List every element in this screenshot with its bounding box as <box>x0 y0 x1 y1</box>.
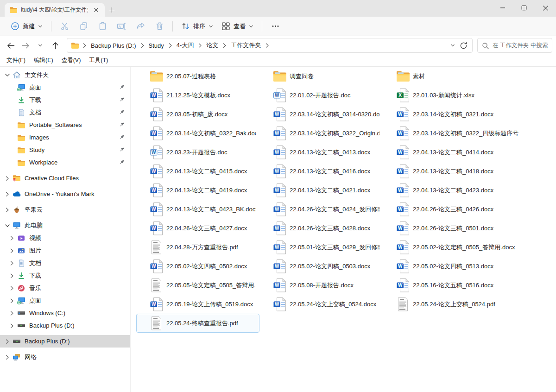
sidebar-item-downloads[interactable]: 下载 <box>0 94 130 106</box>
sidebar-item-pc-videos[interactable]: 视频 <box>0 232 130 244</box>
chevron-right-icon[interactable] <box>265 43 270 48</box>
sidebar-item-nutstore[interactable]: 坚果云 <box>0 203 130 216</box>
chevron-down-icon[interactable] <box>3 222 12 229</box>
file-item[interactable]: W22.05.16-论文五稿_0516.docx <box>383 276 522 295</box>
sidebar-item-desktop[interactable]: 桌面 <box>0 81 130 94</box>
file-item[interactable]: W22.04.13-论文二稿_0423.docx <box>383 181 522 200</box>
chevron-right-icon[interactable] <box>3 354 12 360</box>
copy-button[interactable] <box>75 19 92 34</box>
pin-icon[interactable] <box>119 122 125 127</box>
new-tab-button[interactable] <box>105 3 119 17</box>
tab-close-icon[interactable] <box>92 6 100 14</box>
file-item[interactable]: W21.12.25-论文模板.docx <box>136 86 259 105</box>
chevron-right-icon[interactable] <box>7 235 16 241</box>
sidebar-item-pc-desktop[interactable]: 桌面 <box>0 294 130 307</box>
file-item[interactable]: 22.05.24-终稿查重报告.pdf <box>136 314 259 333</box>
folder-item[interactable]: 调查问卷 <box>259 67 383 86</box>
file-item[interactable]: W22.03.14-论文初稿_0322_四级标题序号编... <box>383 124 522 143</box>
file-item[interactable]: W22.03.14-论文初稿_0322_Origin.docx <box>259 124 383 143</box>
up-button[interactable] <box>48 38 62 52</box>
file-item[interactable]: W22.04.13-论文二稿_0413.docx <box>259 143 383 162</box>
file-item[interactable]: 22.05.05-论文定稿_0505_答辩用.pdf <box>136 276 259 295</box>
file-item[interactable]: W22.04.13-论文二稿_0415.docx <box>136 162 259 181</box>
pin-icon[interactable] <box>119 159 125 165</box>
file-item[interactable]: W22.04.26-论文三稿_0427.docx <box>136 219 259 238</box>
rename-button[interactable]: A <box>113 19 130 34</box>
close-button[interactable] <box>535 0 556 16</box>
sidebar-item-home[interactable]: 主文件夹 <box>0 69 130 81</box>
breadcrumb-segment[interactable]: 论文 <box>203 40 221 51</box>
chevron-right-icon[interactable] <box>7 322 16 329</box>
minimize-button[interactable] <box>492 0 513 16</box>
pin-icon[interactable] <box>119 134 125 140</box>
delete-button[interactable] <box>151 19 168 34</box>
sidebar-item-study[interactable]: Study <box>0 144 130 156</box>
refresh-button[interactable] <box>460 42 468 50</box>
search-input[interactable] <box>493 42 548 49</box>
file-item[interactable]: W22.03.14-论文初稿_0321.docx <box>383 105 522 124</box>
menu-item-2[interactable]: 查看(V) <box>61 56 82 65</box>
file-item[interactable]: 22.04.28-万方查重报告.pdf <box>136 238 259 257</box>
sidebar-item-pc-pictures[interactable]: 图片 <box>0 244 130 257</box>
view-button[interactable]: 查看 <box>217 19 258 34</box>
share-button[interactable] <box>132 19 149 34</box>
chevron-right-icon[interactable] <box>7 260 16 266</box>
address-dropdown-button[interactable] <box>450 43 455 48</box>
file-item[interactable]: W22.05.02-论文四稿_0502.docx <box>136 257 259 276</box>
sidebar-item-images[interactable]: Images <box>0 131 130 144</box>
cut-button[interactable] <box>56 19 73 34</box>
file-item[interactable]: W22.01.02-开题报告.doc <box>259 86 383 105</box>
sidebar-item-workplace[interactable]: Workplace <box>0 156 130 169</box>
sidebar-item-drive-d-root[interactable]: Backup Plus (D:) <box>0 335 130 348</box>
file-item[interactable]: W22.05.08-开题报告.docx <box>259 276 383 295</box>
breadcrumb-segment[interactable]: Backup Plus (D:) <box>88 41 139 51</box>
chevron-right-icon[interactable] <box>7 272 16 279</box>
file-item[interactable]: W22.04.13-论文二稿_0414.docx <box>383 143 522 162</box>
chevron-right-icon[interactable] <box>3 175 12 182</box>
new-button[interactable]: 新建 <box>6 19 47 34</box>
chevron-right-icon[interactable] <box>7 285 16 291</box>
recent-locations-button[interactable] <box>33 38 47 52</box>
file-item[interactable]: W22.04.13-论文二稿_0423_BK.docx <box>136 200 259 219</box>
chevron-right-icon[interactable] <box>222 43 227 48</box>
sidebar-item-pc-music[interactable]: 音乐 <box>0 282 130 294</box>
explorer-tab[interactable]: itudy\4-大四\论文\工作文件夹 <box>5 3 105 17</box>
chevron-right-icon[interactable] <box>3 207 12 213</box>
more-options-button[interactable] <box>266 19 284 34</box>
file-item[interactable]: W22.04.26-论文三稿_0428.docx <box>259 219 383 238</box>
sidebar-item-documents[interactable]: 文档 <box>0 106 130 119</box>
pin-icon[interactable] <box>119 84 125 90</box>
menu-item-0[interactable]: 文件(F) <box>6 56 26 65</box>
breadcrumb-segment[interactable]: Study <box>145 41 167 51</box>
file-item[interactable]: W22.04.26-论文三稿_0426.docx <box>383 200 522 219</box>
breadcrumb-segment[interactable]: 4-大四 <box>173 40 197 51</box>
menu-item-1[interactable]: 编辑(E) <box>33 56 54 65</box>
sidebar-item-portable-softwares[interactable]: Portable_Softwares <box>0 119 130 131</box>
chevron-right-icon[interactable] <box>197 43 202 48</box>
menu-item-3[interactable]: 工具(T) <box>88 56 109 65</box>
file-item[interactable]: 22.05.24-论文上交稿_0524.pdf <box>383 295 522 314</box>
folder-item[interactable]: 22.05.07-过程表格 <box>136 67 259 86</box>
sort-button[interactable]: 排序 <box>177 19 217 34</box>
sidebar-item-network[interactable]: 网络 <box>0 351 130 363</box>
chevron-down-icon[interactable] <box>3 72 12 78</box>
file-item[interactable]: W22.05.24-论文上交稿_0524.docx <box>259 295 383 314</box>
sidebar-item-drive-c[interactable]: Windows (C:) <box>0 307 130 319</box>
back-button[interactable] <box>4 38 18 52</box>
pin-icon[interactable] <box>119 97 125 102</box>
maximize-button[interactable] <box>513 0 535 16</box>
file-item[interactable]: W22.03.23-开题报告.doc <box>136 143 259 162</box>
file-item[interactable]: W22.05.02-论文四稿_0513.docx <box>383 257 522 276</box>
chevron-right-icon[interactable] <box>7 297 16 304</box>
chevron-right-icon[interactable] <box>168 43 173 48</box>
chevron-right-icon[interactable] <box>3 338 12 345</box>
paste-button[interactable] <box>94 19 111 34</box>
chevron-right-icon[interactable] <box>3 191 12 197</box>
file-item[interactable]: X22.01.03-新闻统计.xlsx <box>383 86 522 105</box>
folder-item[interactable]: 素材 <box>383 67 522 86</box>
file-item[interactable]: W22.04.26-论文三稿_0501.docx <box>383 219 522 238</box>
file-item[interactable]: W22.05.19-论文上传稿_0519.docx <box>136 295 259 314</box>
file-item[interactable]: W22.03.14-论文初稿_0314-0320.docx <box>259 105 383 124</box>
file-item[interactable]: W22.03.05-初稿_废.docx <box>136 105 259 124</box>
sidebar-item-pc-documents[interactable]: 文档 <box>0 257 130 269</box>
